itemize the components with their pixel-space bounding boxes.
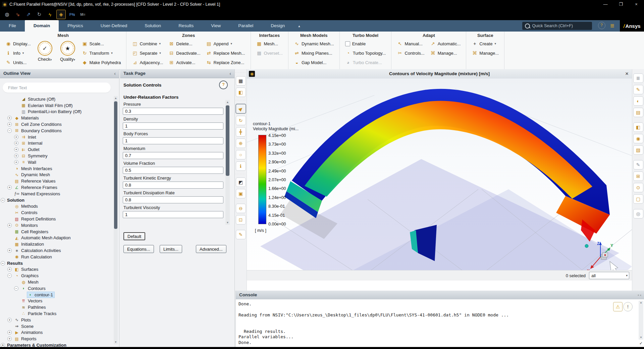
target-button[interactable]: ◎ bbox=[633, 209, 643, 218]
default-button[interactable]: Default bbox=[123, 232, 145, 240]
tab-view[interactable]: View bbox=[202, 20, 229, 32]
info-button[interactable]: ℹ bbox=[236, 161, 246, 171]
tree-expander-icon[interactable]: + bbox=[1, 343, 5, 347]
turbo-topology-button[interactable]: ◔Turbo Topology... bbox=[343, 48, 388, 58]
camera-button[interactable]: ◉ bbox=[633, 134, 643, 143]
equations-button[interactable]: Equations... bbox=[123, 245, 154, 253]
dynamic-mesh-button[interactable]: ∿Dynamic Mesh... bbox=[292, 39, 336, 48]
create-button[interactable]: +Create▾ bbox=[470, 39, 501, 48]
display-button[interactable]: ◉Display... bbox=[3, 39, 33, 48]
enable-checkbox[interactable] bbox=[345, 41, 350, 46]
highlight-button[interactable]: ◩ bbox=[236, 178, 246, 187]
tree-item-outlet[interactable]: +⇇Outlet bbox=[0, 146, 113, 153]
tree-expander-icon[interactable]: + bbox=[7, 330, 12, 335]
task-page-collapse-icon[interactable]: ‹ bbox=[229, 69, 231, 78]
tree-expander-icon[interactable]: − bbox=[1, 261, 5, 265]
views-button[interactable]: ◧ bbox=[633, 122, 643, 132]
console-undock-icon[interactable]: ▫ bbox=[638, 293, 639, 297]
body-forces-input[interactable] bbox=[123, 137, 223, 144]
density-input[interactable] bbox=[123, 122, 223, 130]
combine-button[interactable]: ◫Combine▾ bbox=[130, 39, 165, 48]
mixing-planes-button[interactable]: ⇌Mixing Planes... bbox=[292, 48, 336, 58]
tree-item-mesh[interactable]: ◍Mesh bbox=[0, 279, 113, 285]
manage-button[interactable]: ⌘Manage... bbox=[470, 48, 501, 58]
tree-item-reference-values[interactable]: ▤Reference Values bbox=[0, 178, 113, 184]
tree-item-surfaces[interactable]: +◧Surfaces bbox=[0, 266, 113, 273]
surface-filter-dropdown[interactable]: all ▾ bbox=[589, 272, 629, 279]
display-objects-button[interactable]: ▦ bbox=[236, 76, 246, 86]
write-case-icon[interactable]: ⇗ bbox=[24, 10, 33, 19]
tree-item-internal[interactable]: +⊞Internal bbox=[0, 140, 113, 147]
tree-item-materials[interactable]: +◆Materials bbox=[0, 115, 113, 121]
advanced-button[interactable]: Advanced... bbox=[196, 245, 226, 253]
macro-icon[interactable]: M≡ bbox=[78, 10, 87, 19]
scroll-down-icon[interactable]: ▼ bbox=[639, 336, 643, 340]
console-collapse-icon[interactable]: ‹ bbox=[640, 293, 641, 297]
tree-item-animations[interactable]: +▶Animations bbox=[0, 329, 113, 336]
tree-expander-icon[interactable]: + bbox=[14, 160, 18, 164]
appearance-button[interactable]: ✎ bbox=[633, 85, 643, 94]
tab-parallel[interactable]: Parallel bbox=[229, 20, 262, 32]
measure-button[interactable]: ✎ bbox=[236, 230, 246, 239]
task-page-scrollbar[interactable]: ▲ ▼ bbox=[225, 100, 230, 225]
separate-button[interactable]: ◰Separate▾ bbox=[130, 48, 165, 58]
tree-item-initialization[interactable]: ▦Initialization bbox=[0, 241, 113, 247]
tree-item-methods[interactable]: ◎Methods bbox=[0, 203, 113, 210]
units-button[interactable]: ✎Units... bbox=[3, 58, 33, 67]
tree-item-contours[interactable]: −◗Contours bbox=[0, 285, 113, 292]
solve-icon[interactable]: ϟ bbox=[46, 10, 54, 19]
tree-item-symmetry[interactable]: +⊟Symmetry bbox=[0, 153, 113, 159]
maximize-button[interactable]: ❐ bbox=[613, 0, 629, 9]
outline-collapse-icon[interactable]: ‹ bbox=[114, 69, 116, 78]
mesh-sphere-icon[interactable]: ◍ bbox=[3, 10, 11, 19]
automatic-button[interactable]: ↗Automatic... bbox=[428, 39, 463, 48]
scrollbar-thumb[interactable] bbox=[226, 105, 229, 176]
tree-item-structure-off[interactable]: ◢Structure (Off) bbox=[0, 96, 113, 102]
zoom-out-button[interactable]: ⊖ bbox=[236, 204, 246, 213]
tree-item-reports[interactable]: +▤Reports bbox=[0, 336, 113, 342]
tree-item-cell-registers[interactable]: ▩Cell Registers bbox=[0, 229, 113, 235]
tree-expander-icon[interactable]: − bbox=[7, 129, 12, 133]
ribbon-collapse-icon[interactable]: ▴ bbox=[293, 20, 305, 32]
tree-expander-icon[interactable]: + bbox=[7, 267, 12, 271]
tree-item-run-calculation[interactable]: ◉Run Calculation bbox=[0, 254, 113, 260]
info-button[interactable]: ℹInfo▾ bbox=[3, 48, 33, 58]
tree-item-reference-frames[interactable]: +∠Reference Frames bbox=[0, 184, 113, 191]
tab-file[interactable]: File bbox=[0, 20, 25, 32]
tree-item-boundary-conditions[interactable]: −⊞Boundary Conditions bbox=[0, 128, 113, 134]
tree-item-controls[interactable]: ✂Controls bbox=[0, 209, 113, 216]
tree-item-named-expressions[interactable]: ƒ∞Named Expressions bbox=[0, 191, 113, 197]
select-button[interactable]: ▶ bbox=[235, 104, 246, 114]
pan-button[interactable]: ╋ bbox=[236, 127, 246, 137]
tree-item-solution[interactable]: −Solution bbox=[0, 197, 113, 203]
scroll-up-icon[interactable]: ▲ bbox=[114, 96, 118, 100]
transform-button[interactable]: ↻Transform▾ bbox=[80, 48, 123, 58]
tree-item-potential-li-ion-battery-off[interactable]: ▥Potential/Li-ion Battery (Off) bbox=[0, 109, 113, 115]
tree-item-particle-tracks[interactable]: ∴Particle Tracks bbox=[0, 310, 113, 317]
make-polyhedra-button[interactable]: ◆Make Polyhedra bbox=[80, 58, 123, 67]
tab-user-defined[interactable]: User-Defined bbox=[92, 20, 136, 32]
replace-mesh-button[interactable]: ⇄Replace Mesh... bbox=[204, 48, 247, 58]
parallel-icon[interactable]: P⇆ bbox=[68, 10, 76, 19]
scroll-down-icon[interactable]: ▼ bbox=[225, 220, 230, 225]
tree-item-wall[interactable]: +≡Wall bbox=[0, 159, 113, 165]
tree-expander-icon[interactable]: + bbox=[14, 147, 18, 152]
help-button[interactable]: ? bbox=[219, 81, 228, 89]
turbulent-dissipation-rate-input[interactable] bbox=[123, 196, 223, 203]
help-icon[interactable]: ? bbox=[598, 22, 605, 29]
document-icon[interactable]: ≣ bbox=[610, 22, 614, 29]
tree-expander-icon[interactable]: + bbox=[7, 223, 12, 228]
pressure-input[interactable] bbox=[123, 108, 223, 115]
scroll-down-icon[interactable]: ▼ bbox=[114, 340, 118, 344]
lights-button[interactable]: ◐ bbox=[633, 96, 643, 106]
manual-button[interactable]: ↖Manual... bbox=[395, 39, 426, 48]
read-case-icon[interactable]: ⇘ bbox=[13, 10, 22, 19]
turbulent-viscosity-input[interactable] bbox=[123, 211, 223, 218]
momentum-input[interactable] bbox=[123, 152, 223, 159]
tree-item-calculation-activities[interactable]: +∗Calculation Activities bbox=[0, 247, 113, 254]
tab-solution[interactable]: Solution bbox=[136, 20, 170, 32]
probe-button[interactable]: ⊙ bbox=[633, 183, 643, 192]
scene-button[interactable]: ▧ bbox=[633, 145, 643, 155]
scale-button[interactable]: ▣Scale... bbox=[80, 39, 123, 48]
graphics-close-icon[interactable]: × bbox=[625, 69, 629, 79]
